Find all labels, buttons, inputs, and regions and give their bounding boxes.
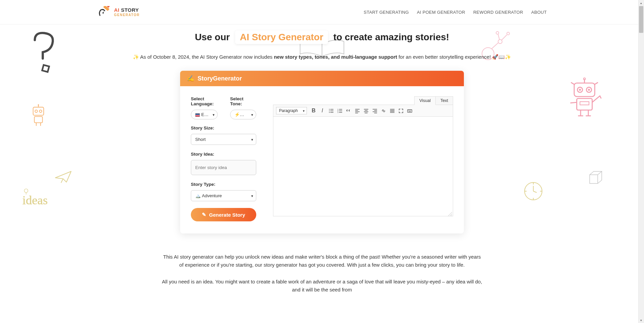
svg-rect-72 bbox=[408, 110, 408, 110]
nav-start-generating[interactable]: START GENERATING bbox=[364, 10, 409, 15]
writing-hand-icon: ✍️ bbox=[187, 75, 194, 82]
svg-rect-4 bbox=[34, 116, 42, 123]
keyboard-shortcuts-button[interactable] bbox=[406, 107, 414, 115]
intro-p2: All you need is an idea. You might want … bbox=[161, 278, 483, 294]
editor-toolbar: Paragraph B I 123 bbox=[273, 105, 453, 117]
deco-cube bbox=[587, 169, 604, 186]
svg-point-45 bbox=[329, 110, 329, 111]
story-idea-input[interactable] bbox=[191, 160, 256, 175]
resize-handle[interactable] bbox=[448, 211, 452, 215]
svg-rect-60 bbox=[365, 110, 367, 111]
flag-gb-icon bbox=[195, 113, 200, 117]
tone-label: Select Tone: bbox=[230, 96, 256, 106]
svg-rect-0 bbox=[42, 65, 49, 72]
nav-about[interactable]: ABOUT bbox=[531, 10, 547, 15]
svg-rect-59 bbox=[364, 109, 368, 109]
svg-point-13 bbox=[588, 89, 590, 91]
paragraph-format-select[interactable]: Paragraph bbox=[276, 107, 307, 114]
align-center-button[interactable] bbox=[362, 107, 370, 115]
nav-reword-generator[interactable]: REWORD GENERATOR bbox=[473, 10, 523, 15]
generator-controls: Select Language: English Select Tone: ⚡E… bbox=[191, 96, 256, 221]
bolt-icon: ⚡ bbox=[234, 112, 240, 117]
svg-line-17 bbox=[571, 83, 574, 85]
svg-rect-23 bbox=[580, 102, 589, 105]
hero-section: Use our AI Story Generator to create ama… bbox=[0, 24, 644, 60]
language-select[interactable]: English bbox=[191, 110, 218, 119]
svg-point-12 bbox=[579, 89, 581, 91]
svg-rect-57 bbox=[355, 111, 359, 112]
rich-text-editor: Paragraph B I 123 bbox=[273, 105, 453, 216]
story-generator-widget: ✍️ StoryGenerator Select Language: Engli… bbox=[180, 71, 464, 233]
hero-highlight: AI Story Generator bbox=[235, 31, 328, 44]
svg-rect-63 bbox=[372, 109, 377, 109]
svg-point-16 bbox=[584, 78, 586, 80]
link-button[interactable] bbox=[379, 107, 387, 115]
svg-rect-73 bbox=[409, 110, 409, 110]
svg-rect-69 bbox=[390, 111, 394, 112]
svg-rect-56 bbox=[355, 110, 358, 111]
book-icon: 📖 bbox=[498, 54, 505, 60]
numbered-list-button[interactable]: 123 bbox=[336, 107, 344, 115]
svg-rect-52 bbox=[339, 110, 342, 111]
svg-rect-64 bbox=[374, 110, 377, 111]
scroll-up-arrow[interactable]: ▴ bbox=[638, 0, 644, 6]
fullscreen-button[interactable] bbox=[397, 107, 405, 115]
svg-rect-70 bbox=[390, 112, 394, 113]
rocket-icon: 🚀 bbox=[492, 54, 498, 60]
sparkle-icon: ✨ bbox=[505, 54, 511, 60]
svg-point-6 bbox=[38, 104, 39, 106]
pencil-icon: ✎ bbox=[202, 212, 206, 218]
svg-rect-71 bbox=[407, 109, 412, 112]
svg-rect-62 bbox=[365, 113, 367, 113]
align-right-button[interactable] bbox=[371, 107, 379, 115]
svg-rect-54 bbox=[339, 112, 342, 113]
hero-subtitle: ✨ As of October 8, 2024, the AI Story Ge… bbox=[0, 54, 644, 60]
svg-rect-61 bbox=[364, 111, 368, 112]
size-label: Story Size: bbox=[191, 125, 256, 130]
svg-point-47 bbox=[329, 112, 329, 113]
tone-select[interactable]: ⚡Exciting bbox=[230, 110, 256, 119]
insert-more-button[interactable] bbox=[388, 107, 396, 115]
deco-robot-small bbox=[28, 104, 49, 127]
type-select[interactable]: 🏔️Adventure bbox=[191, 190, 256, 201]
svg-text:3: 3 bbox=[337, 112, 338, 113]
deco-ideas-text: ideas bbox=[22, 186, 59, 211]
svg-rect-66 bbox=[374, 113, 377, 113]
size-select[interactable]: Short bbox=[191, 134, 256, 145]
editor-panel: Visual Text Paragraph B I 123 bbox=[273, 96, 453, 221]
bullet-list-button[interactable] bbox=[327, 107, 335, 115]
sparkle-icon: ✨ bbox=[133, 54, 139, 60]
scroll-down-arrow[interactable]: ▾ bbox=[638, 317, 644, 323]
nav-poem-generator[interactable]: AI POEM GENERATOR bbox=[417, 10, 465, 15]
brand-title: AI STORY bbox=[114, 7, 140, 13]
idea-label: Story Idea: bbox=[191, 152, 256, 157]
align-left-button[interactable] bbox=[353, 107, 361, 115]
svg-point-3 bbox=[39, 110, 42, 112]
blockquote-button[interactable] bbox=[344, 107, 353, 115]
generate-story-button[interactable]: ✎ Generate Story bbox=[191, 208, 256, 221]
italic-button[interactable]: I bbox=[318, 107, 326, 115]
svg-point-11 bbox=[586, 87, 591, 92]
svg-rect-68 bbox=[390, 110, 394, 111]
svg-rect-55 bbox=[355, 109, 359, 109]
svg-rect-58 bbox=[355, 113, 358, 113]
editor-tab-text[interactable]: Text bbox=[436, 96, 453, 105]
hero-title: Use our AI Story Generator to create ama… bbox=[0, 31, 644, 44]
svg-rect-67 bbox=[390, 109, 394, 109]
editor-content-area[interactable] bbox=[273, 117, 453, 216]
intro-p1: This AI story generator can help you unl… bbox=[161, 253, 483, 269]
svg-point-32 bbox=[24, 189, 28, 193]
bold-button[interactable]: B bbox=[310, 107, 318, 115]
editor-tab-visual[interactable]: Visual bbox=[414, 96, 436, 105]
language-label: Select Language: bbox=[191, 96, 223, 106]
svg-point-2 bbox=[35, 110, 37, 112]
main-nav: START GENERATING AI POEM GENERATOR REWOR… bbox=[364, 10, 547, 15]
svg-rect-48 bbox=[330, 112, 333, 113]
svg-rect-9 bbox=[574, 83, 595, 97]
svg-rect-74 bbox=[410, 110, 410, 110]
svg-line-18 bbox=[595, 83, 598, 85]
svg-rect-75 bbox=[410, 110, 411, 110]
brand-logo[interactable]: AI STORY GENERATOR bbox=[97, 6, 140, 18]
intro-paragraphs: This AI story generator can help you unl… bbox=[161, 253, 483, 294]
deco-paper-plane bbox=[54, 169, 74, 184]
